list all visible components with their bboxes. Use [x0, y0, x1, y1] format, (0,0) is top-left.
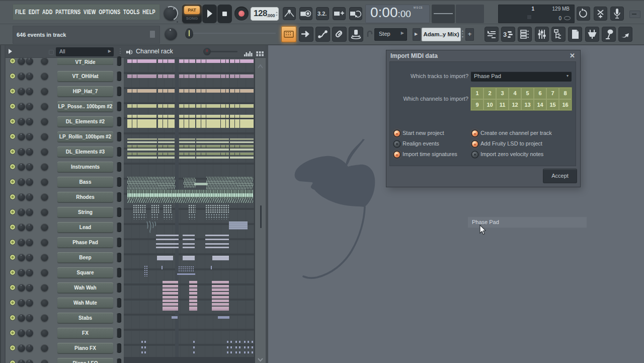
svg-text:3: 3	[503, 31, 507, 38]
svg-text:3.2.: 3.2.	[317, 11, 327, 17]
